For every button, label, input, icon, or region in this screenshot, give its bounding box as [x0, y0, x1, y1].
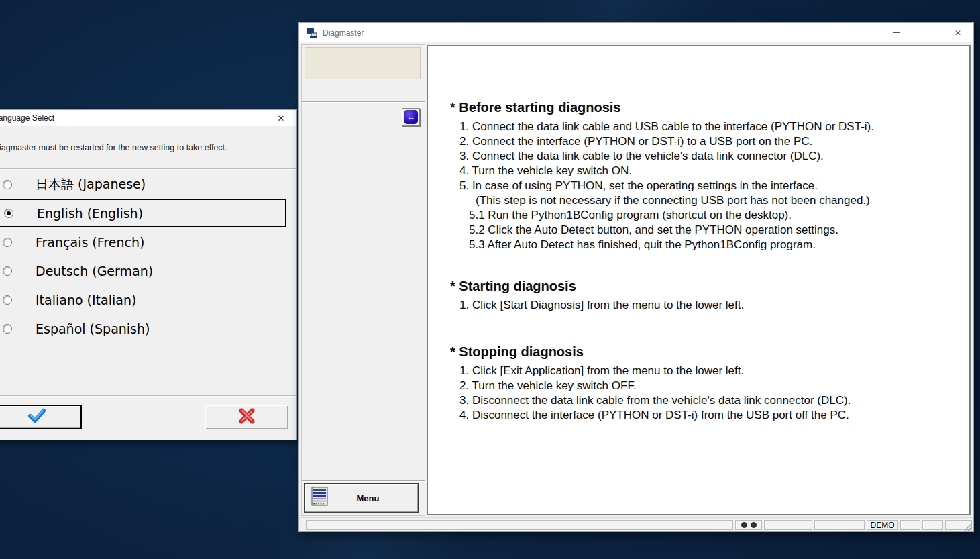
status-led-icon [751, 522, 757, 528]
expand-sidebar-button[interactable]: ↔ [402, 108, 420, 126]
instruction-line: 5.3 After Auto Detect has finished, quit… [450, 238, 956, 252]
section-heading-starting: * Starting diagnosis [450, 277, 956, 295]
instruction-line: (This step is not necessary if the conne… [450, 193, 956, 208]
diagmaster-window: Diagmaster ✕ ↔ [298, 22, 974, 532]
menu-button[interactable]: Menu [305, 484, 418, 512]
radio-icon[interactable] [3, 266, 12, 276]
diagnosis-instructions: * Before starting diagnosis 1. Connect t… [428, 46, 969, 423]
help-content-panel: * Before starting diagnosis 1. Connect t… [427, 45, 971, 515]
diagmaster-app-icon [306, 28, 318, 38]
window-controls: ✕ [881, 23, 973, 42]
menu-list-icon [311, 487, 329, 509]
language-option-label: Français (French) [36, 235, 144, 250]
radio-icon[interactable] [3, 324, 12, 334]
sidebar-bottom-divider [302, 480, 425, 482]
resize-grip[interactable] [964, 522, 972, 530]
close-icon: ✕ [955, 28, 961, 38]
instruction-line: 1. Click [Start Diagnosis] from the menu… [450, 298, 956, 313]
window-title: Diagmaster [323, 28, 364, 38]
language-option-japanese[interactable]: 日本語 (Japanese) [0, 170, 286, 199]
sidebar-panel: ↔ [301, 44, 425, 516]
restart-notice-text: Diagmaster must be restarted for the new… [0, 126, 296, 169]
language-option-english[interactable]: English (English) [0, 199, 286, 227]
language-select-dialog: Language Select ✕ Diagmaster must be res… [0, 109, 297, 440]
section-heading-stopping: * Stopping diagnosis [450, 343, 956, 360]
cross-icon [238, 408, 256, 427]
status-segment [764, 520, 812, 530]
close-button[interactable]: ✕ [942, 23, 973, 42]
language-option-italian[interactable]: Italiano (Italian) [0, 285, 286, 314]
cancel-button[interactable] [205, 405, 288, 429]
language-option-label: 日本語 (Japanese) [36, 176, 146, 193]
close-icon[interactable]: ✕ [271, 110, 291, 126]
radio-icon[interactable] [3, 180, 12, 189]
instruction-line: 2. Connect the interface (PYTHON or DST-… [450, 134, 956, 149]
dialog-title: Language Select [0, 113, 54, 123]
language-option-label: Italiano (Italian) [36, 293, 136, 307]
desktop-wallpaper: Language Select ✕ Diagmaster must be res… [0, 0, 980, 559]
radio-icon[interactable] [3, 295, 12, 305]
demo-mode-badge: DEMO [867, 520, 898, 530]
instruction-line: 3. Disconnect the data link cable from t… [450, 393, 956, 408]
maximize-icon [924, 30, 930, 36]
window-titlebar: Diagmaster ✕ [299, 23, 973, 42]
language-option-french[interactable]: Français (French) [0, 227, 286, 256]
minimize-icon [893, 32, 900, 33]
status-segment-leds [735, 520, 762, 530]
radio-icon[interactable] [4, 209, 13, 218]
instruction-line: 1. Click [Exit Application] from the men… [450, 364, 956, 378]
instruction-line: 5. In case of using PYTHON, set the oper… [450, 179, 956, 193]
status-segment [814, 520, 865, 530]
sidebar-divider [302, 101, 425, 103]
instruction-line: 4. Turn the vehicle key switch ON. [450, 164, 956, 179]
instruction-line: 1. Connect the data link cable and USB c… [450, 119, 956, 134]
section-heading-before: * Before starting diagnosis [450, 99, 956, 116]
status-segment [900, 520, 920, 530]
ok-button[interactable] [0, 405, 82, 429]
language-option-label: Español (Spanish) [36, 321, 150, 336]
language-option-label: Deutsch (German) [36, 264, 153, 278]
left-right-arrow-icon: ↔ [404, 110, 418, 124]
status-bar: DEMO [299, 517, 973, 531]
window-body: ↔ [299, 42, 973, 517]
instruction-line: 3. Connect the data link cable to the ve… [450, 149, 956, 164]
radio-icon[interactable] [3, 238, 12, 247]
checkmark-icon [27, 408, 47, 427]
instruction-line: 5.1 Run the Python1BConfig program (shor… [450, 208, 956, 223]
status-led-icon [741, 522, 747, 528]
maximize-button[interactable] [912, 23, 942, 42]
status-segment [922, 520, 943, 530]
dialog-titlebar: Language Select ✕ [0, 110, 296, 126]
language-option-german[interactable]: Deutsch (German) [0, 256, 286, 285]
instruction-line: 5.2 Click the Auto Detect button, and se… [450, 223, 956, 238]
vehicle-info-box [305, 47, 421, 79]
menu-button-label: Menu [329, 493, 417, 503]
language-option-spanish[interactable]: Español (Spanish) [0, 314, 286, 343]
instruction-line: 2. Turn the vehicle key switch OFF. [450, 378, 956, 393]
dialog-button-row [0, 396, 296, 454]
status-segment-main [306, 520, 733, 530]
minimize-button[interactable] [881, 23, 912, 42]
language-option-list: 日本語 (Japanese) English (English) Françai… [0, 169, 296, 396]
language-option-label: English (English) [37, 206, 143, 221]
instruction-line: 4. Disconnect the interface (PYTHON or D… [450, 408, 956, 423]
